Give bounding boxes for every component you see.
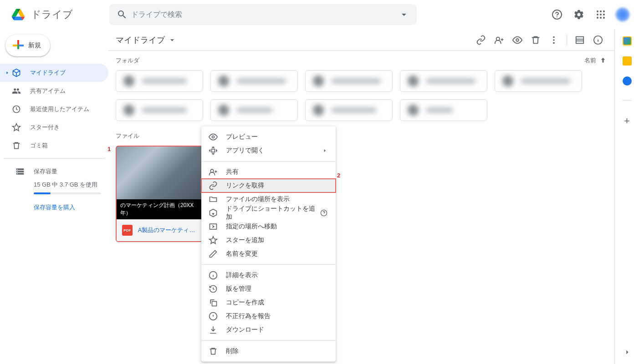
- view-list-icon[interactable]: [571, 31, 589, 49]
- svg-point-13: [553, 36, 555, 38]
- pdf-icon: PDF: [122, 225, 133, 236]
- sort-button[interactable]: 名前: [584, 56, 607, 65]
- menu-label: ダウンロード: [226, 326, 264, 334]
- menu-rename[interactable]: 名前を変更: [201, 247, 336, 261]
- search-icon[interactable]: [113, 5, 131, 24]
- menu-show-location[interactable]: ファイルの場所を表示: [201, 192, 336, 206]
- preview-icon[interactable]: [508, 31, 527, 49]
- folder-item[interactable]: [210, 99, 298, 121]
- star-outline-icon: [209, 236, 218, 245]
- folder-item[interactable]: [400, 70, 487, 92]
- menu-label: 削除: [226, 347, 239, 355]
- keep-app-icon[interactable]: [623, 56, 632, 66]
- person-add-icon: [209, 167, 218, 177]
- menu-label: アプリで開く: [226, 147, 264, 155]
- folder-item[interactable]: [495, 70, 582, 92]
- app-name: ドライブ: [31, 8, 73, 21]
- add-app-icon[interactable]: +: [624, 115, 630, 127]
- menu-label: 名前を変更: [226, 250, 258, 258]
- folder-item[interactable]: [116, 70, 203, 92]
- main: マイドライブ フォルダ 名前: [108, 29, 614, 364]
- storage-icon: [15, 166, 26, 177]
- menu-label: ファイルの場所を表示: [226, 195, 290, 203]
- report-icon: [209, 312, 218, 321]
- menu-details[interactable]: 詳細を表示: [201, 268, 336, 282]
- menu-label: 詳細を表示: [226, 271, 258, 279]
- menu-download[interactable]: ダウンロード: [201, 323, 336, 337]
- collapse-side-icon[interactable]: [623, 348, 632, 357]
- sidebar-nav: マイドライブ 共有アイテム 最近使用したアイテム スター付き ゴミ箱: [0, 64, 108, 155]
- info-icon: [209, 271, 218, 280]
- sidebar-item-storage[interactable]: 保存容量: [4, 162, 105, 181]
- share-icon[interactable]: [490, 31, 508, 49]
- expand-icon[interactable]: [4, 71, 11, 75]
- sidebar-item-starred[interactable]: スター付き: [0, 118, 108, 136]
- svg-point-19: [210, 169, 214, 172]
- menu-copy[interactable]: コピーを作成: [201, 296, 336, 309]
- open-with-icon: [209, 146, 218, 155]
- folders-heading: フォルダ: [116, 56, 139, 65]
- menu-label: プレビュー: [226, 133, 258, 141]
- more-icon[interactable]: [545, 31, 563, 49]
- get-link-icon[interactable]: [472, 31, 490, 49]
- delete-icon[interactable]: [527, 31, 545, 49]
- download-icon: [209, 325, 218, 334]
- buy-storage-link[interactable]: 保存容量を購入: [4, 203, 105, 212]
- tasks-app-icon[interactable]: [623, 76, 632, 86]
- calendar-app-icon[interactable]: [623, 36, 632, 46]
- side-panel: +: [614, 29, 639, 364]
- menu-add-shortcut[interactable]: ドライブにショートカットを追加: [201, 206, 336, 220]
- svg-point-14: [553, 39, 555, 41]
- sidebar-item-mydrive[interactable]: マイドライブ: [0, 64, 108, 82]
- folder-item[interactable]: [305, 70, 393, 92]
- details-icon[interactable]: [589, 31, 607, 49]
- breadcrumb[interactable]: マイドライブ: [112, 33, 180, 47]
- new-button[interactable]: 新規: [5, 35, 50, 56]
- svg-point-4: [597, 14, 598, 15]
- help-icon: [320, 208, 328, 217]
- svg-point-2: [600, 10, 602, 12]
- menu-versions[interactable]: 版を管理: [201, 282, 336, 296]
- file-card[interactable]: のマーケティング計画（20XX年） PDF A製品のマーケティン...: [116, 146, 203, 242]
- folder-item[interactable]: [305, 99, 393, 121]
- nav-separator: [4, 158, 105, 159]
- file-name: A製品のマーケティン...: [138, 226, 197, 234]
- recent-icon: [11, 104, 22, 115]
- sidebar-item-label: 共有アイテム: [30, 87, 66, 95]
- menu-move[interactable]: 指定の場所へ移動: [201, 220, 336, 233]
- menu-delete[interactable]: 削除: [201, 344, 336, 358]
- sidebar-item-shared[interactable]: 共有アイテム: [0, 82, 108, 100]
- apps-icon[interactable]: [592, 5, 610, 24]
- copy-icon: [209, 298, 218, 307]
- folder-item[interactable]: [116, 99, 203, 121]
- menu-label: ドライブにショートカットを追加: [226, 205, 318, 221]
- search-bar: [109, 4, 417, 25]
- toolbar-actions: [472, 31, 607, 49]
- search-input[interactable]: [131, 10, 395, 19]
- storage-bar: [34, 192, 101, 194]
- menu-label: コピーを作成: [226, 298, 264, 307]
- logo-area[interactable]: ドライブ: [4, 5, 109, 24]
- menu-separator: [201, 264, 336, 265]
- header-actions: [548, 5, 635, 24]
- menu-share[interactable]: 共有: [201, 165, 336, 179]
- sidebar-item-trash[interactable]: ゴミ箱: [0, 136, 108, 155]
- folder-item[interactable]: [400, 99, 487, 121]
- account-avatar[interactable]: [613, 5, 632, 24]
- folder-item[interactable]: [210, 70, 298, 92]
- menu-preview[interactable]: プレビュー: [201, 130, 336, 144]
- drive-logo-icon: [9, 5, 27, 24]
- menu-star[interactable]: スターを追加: [201, 233, 336, 247]
- svg-point-12: [516, 39, 519, 41]
- menu-get-link[interactable]: リンクを取得: [201, 179, 336, 192]
- sidebar-item-recent[interactable]: 最近使用したアイテム: [0, 100, 108, 118]
- sidebar-item-label: スター付き: [30, 123, 60, 131]
- settings-icon[interactable]: [570, 5, 588, 24]
- menu-report[interactable]: 不正行為を報告: [201, 309, 336, 323]
- menu-label: 版を管理: [226, 285, 251, 293]
- search-options-icon[interactable]: [395, 5, 413, 24]
- menu-open-with[interactable]: アプリで開く: [201, 144, 336, 157]
- support-icon[interactable]: [548, 5, 566, 24]
- files-heading: ファイル: [116, 132, 139, 140]
- context-menu: プレビュー アプリで開く 共有 リンクを取得 ファイルの場所を表示 ドライブにシ…: [201, 126, 336, 362]
